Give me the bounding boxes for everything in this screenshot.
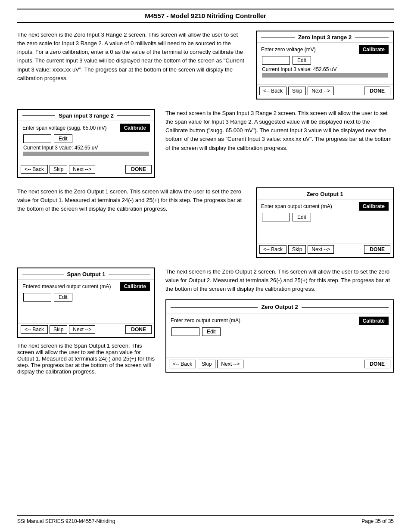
section-text-span-input3-range2: The next screen is the Span Input 3 Rang… xyxy=(165,109,394,152)
section-text-span-output1: The next screen is the Span Output 1 scr… xyxy=(17,342,155,375)
value-input-2[interactable] xyxy=(23,134,51,143)
nav-row: <-- Back Skip Next --> DONE xyxy=(257,84,393,95)
back-button-4[interactable]: <-- Back xyxy=(21,325,48,334)
footer-left: SSi Manual SERIES 9210-M4557-Nitriding xyxy=(17,518,115,524)
back-button-3[interactable]: <-- Back xyxy=(259,245,286,254)
screen-body-5: Enter zero output current (mA) Calibrate… xyxy=(166,314,393,356)
done-button-4[interactable]: DONE xyxy=(125,325,152,334)
current-value-label: Current Input 3 value: 452.65 uV xyxy=(262,66,389,72)
skip-button-3[interactable]: Skip xyxy=(288,245,306,254)
screen-box-zero-output1: Zero Output 1 Enter span output current … xyxy=(256,187,394,258)
back-button-2[interactable]: <-- Back xyxy=(21,165,48,174)
calibrate-button-4[interactable]: Calibrate xyxy=(120,282,150,291)
title-line-left-4 xyxy=(22,274,64,274)
input-label-4: Entered measured output current (mA) xyxy=(22,283,118,289)
title-line-right-3 xyxy=(347,194,389,194)
spacer-3b xyxy=(261,231,389,239)
page-footer: SSi Manual SERIES 9210-M4557-Nitriding P… xyxy=(17,515,394,524)
skip-button-4[interactable]: Skip xyxy=(50,325,67,334)
screen-body-4: Entered measured output current (mA) Cal… xyxy=(18,280,154,321)
edit-button[interactable]: Edit xyxy=(293,56,311,65)
section-text-zero-output1: The next screen is the Zero Output 1 scr… xyxy=(17,187,246,213)
progress-bar xyxy=(262,73,388,78)
spacer-5 xyxy=(171,338,389,345)
spacer-5b xyxy=(171,345,389,353)
title-line-right-2 xyxy=(117,115,150,116)
screen-title-row-3: Zero Output 1 xyxy=(257,188,393,199)
widget-span-input3-range2: Span input 3 range 2 Enter span voltage … xyxy=(17,109,155,178)
screen-box-span-input3-range2: Span input 3 range 2 Enter span voltage … xyxy=(17,109,155,178)
done-button-2[interactable]: DONE xyxy=(125,165,152,174)
next-button[interactable]: Next --> xyxy=(308,87,334,95)
edit-row-3: Edit xyxy=(262,213,389,221)
label-calibrate-row-2: Enter span voltage (sugg. 65.00 mV) Cali… xyxy=(22,124,150,132)
footer-right: Page 35 of 35 xyxy=(361,518,394,524)
value-input-5[interactable] xyxy=(171,327,199,336)
widget-span-output1: Span Output 1 Entered measured output cu… xyxy=(17,268,155,375)
nav-row-3: <-- Back Skip Next --> DONE xyxy=(257,243,393,254)
label-calibrate-row-4: Entered measured output current (mA) Cal… xyxy=(22,282,150,291)
screen-title-3: Zero Output 1 xyxy=(306,191,343,197)
calibrate-button-3[interactable]: Calibrate xyxy=(359,202,389,211)
nav-row-2: <-- Back Skip Next --> DONE xyxy=(18,163,154,174)
screen-title-4: Span Output 1 xyxy=(67,271,106,277)
screen-title: Zero input 3 range 2 xyxy=(298,34,352,40)
section-zero-input3-range2: The next screen is the Zero Input 3 Rang… xyxy=(17,31,394,100)
back-button[interactable]: <-- Back xyxy=(259,87,286,95)
skip-button[interactable]: Skip xyxy=(288,87,306,95)
label-calibrate-row-3: Enter span output current (mA) Calibrate xyxy=(261,202,389,211)
calibrate-button[interactable]: Calibrate xyxy=(359,45,389,54)
screen-box-zero-input3-range2: Zero input 3 range 2 Enter zero voltage … xyxy=(256,31,394,100)
current-value-label-2: Current Input 3 value: 452.65 uV xyxy=(23,145,150,151)
progress-bar-2 xyxy=(23,152,149,156)
header-title: M4557 - Model 9210 Nitriding Controller xyxy=(145,12,266,19)
section-text-zero-input3-range2: The next screen is the Zero Input 3 Rang… xyxy=(17,31,246,83)
screen-title-row: Zero input 3 range 2 xyxy=(257,31,393,43)
screen-title-2: Span input 3 range 2 xyxy=(59,112,114,119)
calibrate-button-5[interactable]: Calibrate xyxy=(359,317,389,325)
value-input[interactable] xyxy=(262,56,290,65)
edit-row-4: Edit xyxy=(23,293,150,302)
done-button-3[interactable]: DONE xyxy=(364,245,390,254)
edit-button-4[interactable]: Edit xyxy=(54,293,72,302)
input-label: Enter zero voltage (mV) xyxy=(261,47,356,53)
section-zero-output2-right: The next screen is the Zero Output 2 scr… xyxy=(165,268,394,373)
edit-button-2[interactable]: Edit xyxy=(54,134,72,143)
input-label-2: Enter span voltage (sugg. 65.00 mV) xyxy=(22,125,118,131)
section-zero-output1: The next screen is the Zero Output 1 scr… xyxy=(17,187,394,258)
widget-zero-input3-range2: Zero input 3 range 2 Enter zero voltage … xyxy=(256,31,394,100)
title-line-left xyxy=(261,37,295,37)
title-line-left-5 xyxy=(171,307,258,308)
skip-button-5[interactable]: Skip xyxy=(198,360,215,368)
label-calibrate-row-5: Enter zero output current (mA) Calibrate xyxy=(171,317,389,325)
done-button-5[interactable]: DONE xyxy=(364,360,390,368)
screen-title-row-5: Zero Output 2 xyxy=(166,300,393,314)
screen-body: Enter zero voltage (mV) Calibrate Edit C… xyxy=(257,43,393,83)
widget-zero-output1: Zero Output 1 Enter span output current … xyxy=(256,187,394,258)
edit-button-3[interactable]: Edit xyxy=(293,213,311,221)
calibrate-button-2[interactable]: Calibrate xyxy=(120,124,150,132)
title-line-left-3 xyxy=(261,194,303,194)
input-label-5: Enter zero output current (mA) xyxy=(171,317,356,325)
spacer-4b xyxy=(22,311,150,319)
value-input-3[interactable] xyxy=(262,213,290,221)
nav-row-5: <-- Back Skip Next --> DONE xyxy=(166,358,393,368)
edit-button-5[interactable]: Edit xyxy=(202,327,221,336)
title-line-left-2 xyxy=(22,115,55,116)
nav-row-4: <-- Back Skip Next --> DONE xyxy=(18,323,154,334)
edit-row-2: Edit xyxy=(23,134,150,143)
edit-row-5: Edit xyxy=(171,327,389,336)
value-input-4[interactable] xyxy=(23,293,51,302)
next-button-4[interactable]: Next --> xyxy=(69,325,95,334)
widget-zero-output2: Zero Output 2 Enter zero output current … xyxy=(165,299,394,372)
skip-button-2[interactable]: Skip xyxy=(50,165,67,174)
title-line-right-5 xyxy=(302,307,389,308)
input-label-3: Enter span output current (mA) xyxy=(261,203,356,209)
back-button-5[interactable]: <-- Back xyxy=(169,360,196,368)
screen-title-5: Zero Output 2 xyxy=(261,303,298,311)
next-button-3[interactable]: Next --> xyxy=(308,245,334,254)
next-button-2[interactable]: Next --> xyxy=(69,165,95,174)
next-button-5[interactable]: Next --> xyxy=(217,360,243,368)
section-span-input3-range2: Span input 3 range 2 Enter span voltage … xyxy=(17,109,394,178)
done-button[interactable]: DONE xyxy=(364,87,390,95)
